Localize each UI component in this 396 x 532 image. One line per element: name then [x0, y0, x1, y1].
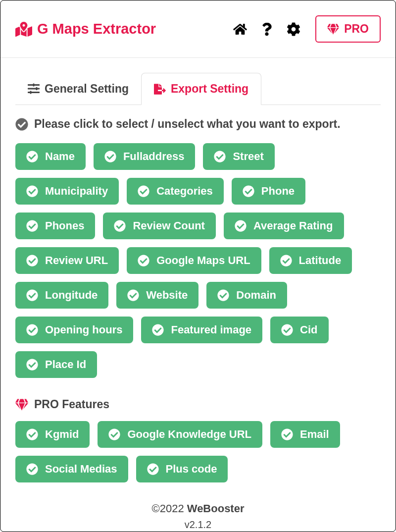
export-chip[interactable]: Municipality — [15, 178, 119, 205]
chip-label: Phone — [261, 185, 295, 198]
logo-section: G Maps Extractor — [15, 21, 233, 38]
chip-label: Featured image — [171, 323, 251, 336]
pro-section-title: PRO Features — [15, 398, 381, 411]
footer-company[interactable]: WeBooster — [187, 502, 245, 515]
chip-label: Email — [300, 428, 329, 441]
export-chip[interactable]: Name — [15, 143, 86, 170]
check-circle-icon — [280, 255, 292, 266]
chip-label: Categories — [156, 185, 213, 198]
export-chip[interactable]: Email — [270, 421, 340, 448]
export-chip[interactable]: Social Medias — [15, 456, 128, 482]
export-chip[interactable]: Latitude — [269, 247, 352, 274]
export-chip[interactable]: Kgmid — [15, 421, 90, 448]
gear-icon[interactable] — [287, 22, 300, 36]
check-circle-icon — [26, 359, 38, 371]
check-circle-icon — [26, 463, 38, 475]
export-chip[interactable]: Fulladdress — [94, 143, 195, 170]
chip-label: Latitude — [299, 254, 342, 267]
check-circle-icon — [15, 118, 28, 131]
export-chip[interactable]: Longitude — [15, 282, 108, 309]
check-circle-icon — [26, 220, 38, 232]
export-chip[interactable]: Review Count — [103, 213, 215, 239]
chip-label: Cid — [300, 323, 317, 336]
export-chip[interactable]: Average Rating — [224, 213, 344, 239]
check-circle-icon — [26, 255, 38, 266]
check-circle-icon — [235, 220, 247, 232]
export-chip[interactable]: Website — [116, 282, 198, 309]
footer-copyright: ©2022 WeBooster — [15, 502, 381, 515]
sliders-icon — [28, 83, 40, 95]
export-chip[interactable]: Featured image — [141, 317, 262, 343]
chip-label: Website — [146, 289, 188, 302]
gem-icon — [327, 23, 339, 35]
pro-chips: KgmidGoogle Knowledge URLEmailSocial Med… — [15, 421, 381, 482]
export-chip[interactable]: Plus code — [136, 456, 228, 482]
export-chip[interactable]: Review URL — [15, 247, 119, 274]
export-chip[interactable]: Domain — [206, 282, 287, 309]
file-export-icon — [154, 83, 166, 95]
check-circle-icon — [147, 463, 159, 475]
chip-label: Fulladdress — [123, 150, 184, 163]
check-circle-icon — [26, 324, 38, 336]
chip-label: Google Maps URL — [156, 254, 250, 267]
footer-version: v2.1.2 — [15, 519, 381, 531]
chip-label: Review URL — [45, 254, 108, 267]
check-circle-icon — [26, 151, 38, 162]
chip-label: Place Id — [45, 358, 86, 371]
help-icon[interactable] — [262, 22, 272, 36]
chip-label: Domain — [236, 289, 276, 302]
chip-label: Google Knowledge URL — [127, 428, 251, 441]
export-chip[interactable]: Phones — [15, 213, 95, 239]
check-circle-icon — [127, 289, 139, 301]
check-circle-icon — [114, 220, 126, 232]
tab-general-label: General Setting — [45, 82, 129, 96]
chip-label: Kgmid — [45, 428, 79, 441]
export-chip[interactable]: Phone — [232, 178, 305, 205]
check-circle-icon — [217, 289, 229, 301]
export-chip[interactable]: Opening hours — [15, 317, 133, 343]
chip-label: Street — [233, 150, 263, 163]
export-chip[interactable]: Google Knowledge URL — [98, 421, 262, 448]
chip-label: Name — [45, 150, 75, 163]
chip-label: Opening hours — [45, 323, 122, 336]
home-icon[interactable] — [233, 22, 247, 36]
check-circle-icon — [281, 428, 293, 440]
footer: ©2022 WeBooster v2.1.2 — [15, 502, 381, 531]
export-chip[interactable]: Cid — [270, 317, 328, 343]
check-circle-icon — [26, 428, 38, 440]
export-chip[interactable]: Categories — [127, 178, 224, 205]
tab-general[interactable]: General Setting — [15, 73, 141, 105]
tabs: General Setting Export Setting — [15, 73, 381, 105]
check-circle-icon — [26, 185, 38, 197]
header-actions: PRO — [233, 15, 381, 43]
pro-section-title-text: PRO Features — [34, 398, 109, 411]
instruction: Please click to select / unselect what y… — [15, 117, 381, 131]
export-chip[interactable]: Street — [203, 143, 274, 170]
app-title: G Maps Extractor — [37, 21, 156, 37]
chip-label: Longitude — [45, 289, 98, 302]
check-circle-icon — [243, 185, 254, 197]
export-chip[interactable]: Place Id — [15, 351, 97, 378]
instruction-text: Please click to select / unselect what y… — [34, 117, 341, 131]
chip-label: Municipality — [45, 185, 108, 198]
tab-export[interactable]: Export Setting — [141, 73, 261, 105]
check-circle-icon — [138, 185, 149, 197]
pro-label: PRO — [344, 22, 369, 36]
export-chip[interactable]: Google Maps URL — [127, 247, 261, 274]
check-circle-icon — [138, 255, 149, 266]
check-circle-icon — [26, 289, 38, 301]
export-chips: NameFulladdressStreetMunicipalityCategor… — [15, 143, 381, 378]
chip-label: Average Rating — [253, 219, 333, 232]
chip-label: Plus code — [166, 463, 217, 476]
check-circle-icon — [104, 151, 116, 162]
check-circle-icon — [281, 324, 293, 336]
gem-icon — [15, 398, 28, 411]
check-circle-icon — [214, 151, 226, 162]
pro-button[interactable]: PRO — [315, 15, 381, 43]
content: Please click to select / unselect what y… — [0, 105, 396, 532]
check-circle-icon — [152, 324, 164, 336]
chip-label: Social Medias — [45, 463, 117, 476]
check-circle-icon — [108, 428, 120, 440]
tab-export-label: Export Setting — [171, 82, 248, 96]
map-marked-icon — [15, 21, 32, 38]
